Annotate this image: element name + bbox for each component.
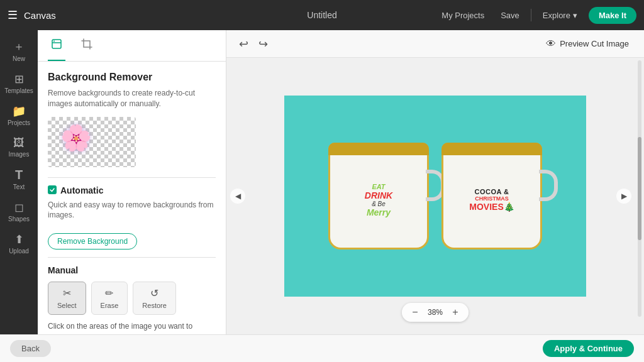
sidebar-item-projects[interactable]: 📁 Projects	[3, 101, 35, 130]
crop-tab-icon	[80, 38, 93, 53]
auto-icon	[48, 185, 57, 196]
redo-button[interactable]: ↪	[256, 35, 270, 53]
mug-1-text: EAT DRINK & Be Merry	[360, 170, 397, 222]
auto-description: Quick and easy way to remove backgrounds…	[48, 200, 216, 221]
sidebar-item-templates[interactable]: ⊞ Templates	[3, 69, 35, 98]
mug-2: COCOA & CHRISTMAS MOVIES🎄	[441, 143, 542, 250]
tab-crop[interactable]	[78, 30, 96, 61]
mug-1: EAT DRINK & Be Merry	[328, 143, 429, 250]
erase-label: Erase	[101, 302, 119, 309]
panel-tabs	[38, 30, 226, 62]
restore-icon: ↺	[150, 287, 158, 299]
auto-section-header: Automatic	[48, 185, 216, 196]
zoom-decrease-button[interactable]: −	[408, 305, 422, 319]
save-button[interactable]: Save	[496, 8, 525, 23]
canvas-area: ↩ ↪ 👁 Preview Cut Image EAT DRINK	[226, 30, 644, 334]
separator-1	[48, 177, 216, 178]
canvas-nav-left-button[interactable]: ◀	[230, 189, 245, 204]
sidebar-item-images[interactable]: 🖼 Images	[3, 133, 35, 162]
manual-title: Manual	[48, 265, 216, 275]
new-icon: ＋	[13, 39, 25, 54]
canvas-body[interactable]: EAT DRINK & Be Merry COCOA & CHRISTMAS M…	[226, 58, 644, 334]
preview-cut-label: Preview Cut Image	[560, 39, 629, 48]
shapes-icon: ◻	[14, 200, 24, 214]
panel-content: Background Remover Remove backgrounds to…	[38, 62, 226, 334]
upload-icon: ⬆	[14, 233, 24, 246]
zoom-value: 38%	[426, 308, 445, 317]
bg-remover-description: Remove backgrounds to create ready-to-cu…	[48, 88, 216, 109]
manual-tools: ✂ Select ✏ Erase ↺ Restore	[48, 282, 216, 315]
sidebar-item-templates-label: Templates	[4, 87, 33, 94]
svg-point-1	[53, 41, 55, 42]
canvas-image-container: EAT DRINK & Be Merry COCOA & CHRISTMAS M…	[284, 96, 586, 297]
undo-button[interactable]: ↩	[236, 35, 251, 53]
zoom-increase-button[interactable]: +	[448, 305, 462, 319]
sidebar-item-new[interactable]: ＋ New	[3, 35, 35, 66]
topbar-left: ☰ Canvas	[8, 8, 56, 22]
text-icon: T	[15, 168, 23, 182]
separator-2	[48, 257, 216, 258]
topbar-divider	[531, 9, 531, 21]
sidebar-item-upload-label: Upload	[9, 248, 29, 255]
projects-icon: 📁	[12, 104, 26, 118]
auto-title: Automatic	[60, 185, 103, 195]
apply-continue-button[interactable]: Apply & Continue	[543, 340, 634, 357]
mug-2-text: COCOA & CHRISTMAS MOVIES🎄	[464, 175, 519, 217]
tool-erase-button[interactable]: ✏ Erase	[91, 282, 128, 315]
mugs-image: EAT DRINK & Be Merry COCOA & CHRISTMAS M…	[284, 96, 586, 297]
sidebar-item-new-label: New	[13, 55, 25, 62]
images-icon: 🖼	[13, 136, 25, 150]
canvas-vertical-scrollbar[interactable]	[635, 58, 644, 319]
mug-2-handle	[539, 170, 558, 201]
tool-restore-button[interactable]: ↺ Restore	[133, 282, 176, 315]
explore-button[interactable]: Explore ▾	[538, 8, 582, 23]
canvas-toolbar-left: ↩ ↪	[236, 35, 270, 53]
remove-background-button[interactable]: Remove Background	[48, 233, 137, 250]
flower-emoji: 🌸	[60, 123, 92, 153]
makeit-button[interactable]: Make It	[589, 7, 636, 24]
bg-remover-tab-icon	[50, 38, 63, 53]
canvas-nav-right-button[interactable]: ▶	[616, 189, 631, 204]
back-button[interactable]: Back	[10, 340, 51, 357]
topbar: ☰ Canvas Untitled My Projects Save Explo…	[0, 0, 644, 30]
tool-hint: Click on the areas of the image you want…	[48, 321, 216, 334]
tab-bg-remover[interactable]	[48, 30, 65, 61]
bg-remover-title: Background Remover	[48, 72, 216, 83]
panel: Background Remover Remove backgrounds to…	[38, 30, 226, 334]
app-name: Canvas	[24, 10, 56, 21]
menu-icon[interactable]: ☰	[8, 8, 18, 22]
sidebar-item-text[interactable]: T Text	[3, 164, 35, 194]
main-layout: ＋ New ⊞ Templates 📁 Projects 🖼 Images T …	[0, 30, 644, 334]
sidebar-item-shapes-label: Shapes	[8, 216, 30, 222]
sidebar-item-upload[interactable]: ⬆ Upload	[3, 229, 35, 258]
bottom-bar: Back Apply & Continue	[0, 334, 644, 362]
templates-icon: ⊞	[14, 72, 24, 86]
canvas-toolbar: ↩ ↪ 👁 Preview Cut Image	[226, 30, 644, 58]
preview-cut-button[interactable]: 👁 Preview Cut Image	[541, 36, 634, 52]
vscroll-thumb	[638, 137, 641, 239]
select-icon: ✂	[63, 287, 71, 299]
sidebar-item-shapes[interactable]: ◻ Shapes	[3, 197, 35, 226]
tool-select-button[interactable]: ✂ Select	[48, 282, 86, 315]
sidebar-item-text-label: Text	[13, 184, 25, 190]
sidebar-item-images-label: Images	[9, 151, 30, 158]
my-projects-button[interactable]: My Projects	[436, 8, 489, 23]
restore-label: Restore	[142, 302, 167, 309]
select-label: Select	[57, 302, 77, 309]
zoom-controls: − 38% +	[402, 303, 469, 322]
vscroll-track	[638, 60, 641, 317]
sidebar-item-projects-label: Projects	[8, 119, 30, 126]
svg-rect-2	[48, 185, 57, 194]
chevron-down-icon: ▾	[573, 11, 577, 20]
document-title[interactable]: Untitled	[307, 10, 336, 20]
topbar-right: My Projects Save Explore ▾ Make It	[436, 7, 636, 24]
flower-preview: 🌸	[48, 117, 136, 167]
erase-icon: ✏	[105, 287, 113, 299]
eye-icon: 👁	[546, 38, 556, 50]
left-nav: ＋ New ⊞ Templates 📁 Projects 🖼 Images T …	[0, 30, 38, 334]
